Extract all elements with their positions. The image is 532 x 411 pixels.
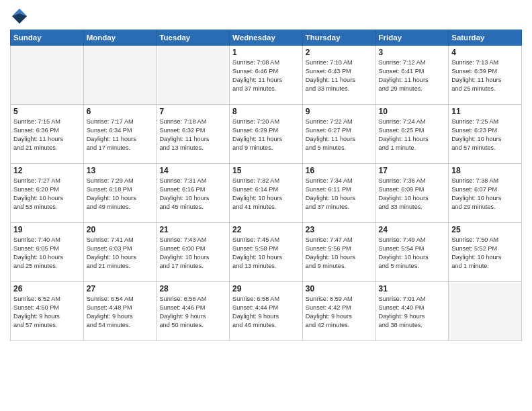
day-info: Sunrise: 7:50 AM Sunset: 5:52 PM Dayligh… [451, 236, 519, 271]
day-info: Sunrise: 7:47 AM Sunset: 5:56 PM Dayligh… [306, 236, 373, 271]
day-number: 14 [159, 166, 226, 175]
calendar-cell: 11Sunrise: 7:25 AM Sunset: 6:23 PM Dayli… [449, 105, 522, 164]
day-number: 11 [451, 107, 519, 116]
header [10, 7, 522, 26]
day-number: 24 [379, 225, 446, 234]
day-number: 16 [306, 166, 373, 175]
day-number: 29 [232, 284, 300, 293]
day-info: Sunrise: 7:43 AM Sunset: 6:00 PM Dayligh… [159, 236, 226, 271]
day-info: Sunrise: 6:58 AM Sunset: 4:44 PM Dayligh… [232, 295, 300, 330]
calendar-cell: 21Sunrise: 7:43 AM Sunset: 6:00 PM Dayli… [157, 223, 230, 282]
day-info: Sunrise: 7:20 AM Sunset: 6:29 PM Dayligh… [232, 118, 300, 152]
calendar-cell: 16Sunrise: 7:34 AM Sunset: 6:11 PM Dayli… [302, 164, 375, 223]
day-number: 1 [232, 48, 300, 57]
calendar-cell [157, 46, 230, 105]
calendar-cell: 27Sunrise: 6:54 AM Sunset: 4:48 PM Dayli… [83, 282, 157, 341]
calendar-header-thursday: Thursday [302, 30, 375, 46]
calendar-cell: 9Sunrise: 7:22 AM Sunset: 6:27 PM Daylig… [302, 105, 375, 164]
day-number: 20 [87, 225, 154, 234]
calendar-header-monday: Monday [83, 30, 157, 46]
day-info: Sunrise: 7:24 AM Sunset: 6:25 PM Dayligh… [379, 118, 446, 152]
calendar-header-friday: Friday [375, 30, 449, 46]
calendar-cell: 22Sunrise: 7:45 AM Sunset: 5:58 PM Dayli… [230, 223, 303, 282]
calendar-cell: 25Sunrise: 7:50 AM Sunset: 5:52 PM Dayli… [449, 223, 522, 282]
calendar-week-row: 12Sunrise: 7:27 AM Sunset: 6:20 PM Dayli… [11, 164, 522, 223]
calendar-header-sunday: Sunday [11, 30, 84, 46]
day-info: Sunrise: 7:49 AM Sunset: 5:54 PM Dayligh… [379, 236, 446, 271]
day-info: Sunrise: 7:22 AM Sunset: 6:27 PM Dayligh… [306, 118, 373, 152]
day-info: Sunrise: 6:52 AM Sunset: 4:50 PM Dayligh… [13, 295, 81, 330]
day-number: 26 [13, 284, 81, 293]
day-info: Sunrise: 7:36 AM Sunset: 6:09 PM Dayligh… [379, 177, 446, 212]
day-info: Sunrise: 7:41 AM Sunset: 6:03 PM Dayligh… [87, 236, 154, 271]
day-info: Sunrise: 7:08 AM Sunset: 6:46 PM Dayligh… [232, 58, 300, 93]
day-info: Sunrise: 7:40 AM Sunset: 6:05 PM Dayligh… [13, 236, 81, 271]
day-number: 13 [87, 166, 154, 175]
day-info: Sunrise: 7:15 AM Sunset: 6:36 PM Dayligh… [13, 118, 81, 152]
day-number: 25 [451, 225, 519, 234]
day-number: 15 [232, 166, 300, 175]
day-info: Sunrise: 7:18 AM Sunset: 6:32 PM Dayligh… [159, 118, 226, 152]
day-info: Sunrise: 7:10 AM Sunset: 6:43 PM Dayligh… [306, 58, 373, 93]
calendar-week-row: 5Sunrise: 7:15 AM Sunset: 6:36 PM Daylig… [11, 105, 522, 164]
day-number: 8 [232, 107, 300, 116]
calendar-cell: 5Sunrise: 7:15 AM Sunset: 6:36 PM Daylig… [11, 105, 84, 164]
day-info: Sunrise: 7:25 AM Sunset: 6:23 PM Dayligh… [451, 118, 519, 152]
calendar-cell: 29Sunrise: 6:58 AM Sunset: 4:44 PM Dayli… [230, 282, 303, 341]
calendar-cell [83, 46, 157, 105]
day-info: Sunrise: 7:17 AM Sunset: 6:34 PM Dayligh… [87, 118, 154, 152]
day-number: 2 [306, 48, 373, 57]
day-info: Sunrise: 7:12 AM Sunset: 6:41 PM Dayligh… [379, 58, 446, 93]
day-info: Sunrise: 6:56 AM Sunset: 4:46 PM Dayligh… [159, 295, 226, 330]
calendar-cell: 3Sunrise: 7:12 AM Sunset: 6:41 PM Daylig… [375, 46, 449, 105]
calendar-cell: 13Sunrise: 7:29 AM Sunset: 6:18 PM Dayli… [83, 164, 157, 223]
day-number: 5 [13, 107, 81, 116]
calendar-cell: 4Sunrise: 7:13 AM Sunset: 6:39 PM Daylig… [449, 46, 522, 105]
calendar-cell: 31Sunrise: 7:01 AM Sunset: 4:40 PM Dayli… [375, 282, 449, 341]
calendar-cell: 1Sunrise: 7:08 AM Sunset: 6:46 PM Daylig… [230, 46, 303, 105]
day-number: 4 [451, 48, 519, 57]
calendar-week-row: 19Sunrise: 7:40 AM Sunset: 6:05 PM Dayli… [11, 223, 522, 282]
day-number: 9 [306, 107, 373, 116]
calendar-cell [11, 46, 84, 105]
day-number: 23 [306, 225, 373, 234]
day-number: 22 [232, 225, 300, 234]
day-number: 17 [379, 166, 446, 175]
day-number: 21 [159, 225, 226, 234]
day-number: 28 [159, 284, 226, 293]
calendar-cell: 26Sunrise: 6:52 AM Sunset: 4:50 PM Dayli… [11, 282, 84, 341]
calendar-cell: 14Sunrise: 7:31 AM Sunset: 6:16 PM Dayli… [157, 164, 230, 223]
calendar-cell: 6Sunrise: 7:17 AM Sunset: 6:34 PM Daylig… [83, 105, 157, 164]
calendar-cell: 17Sunrise: 7:36 AM Sunset: 6:09 PM Dayli… [375, 164, 449, 223]
day-info: Sunrise: 7:31 AM Sunset: 6:16 PM Dayligh… [159, 177, 226, 212]
calendar-cell: 19Sunrise: 7:40 AM Sunset: 6:05 PM Dayli… [11, 223, 84, 282]
day-number: 7 [159, 107, 226, 116]
calendar-cell: 20Sunrise: 7:41 AM Sunset: 6:03 PM Dayli… [83, 223, 157, 282]
page: SundayMondayTuesdayWednesdayThursdayFrid… [0, 0, 532, 411]
logo [10, 7, 32, 26]
logo-icon [10, 7, 29, 26]
calendar-cell [449, 282, 522, 341]
day-info: Sunrise: 7:38 AM Sunset: 6:07 PM Dayligh… [451, 177, 519, 212]
calendar-header-saturday: Saturday [449, 30, 522, 46]
day-info: Sunrise: 7:13 AM Sunset: 6:39 PM Dayligh… [451, 58, 519, 93]
day-info: Sunrise: 7:32 AM Sunset: 6:14 PM Dayligh… [232, 177, 300, 212]
day-info: Sunrise: 7:01 AM Sunset: 4:40 PM Dayligh… [379, 295, 446, 330]
calendar-cell: 24Sunrise: 7:49 AM Sunset: 5:54 PM Dayli… [375, 223, 449, 282]
day-number: 18 [451, 166, 519, 175]
calendar: SundayMondayTuesdayWednesdayThursdayFrid… [10, 30, 522, 341]
calendar-header-tuesday: Tuesday [157, 30, 230, 46]
calendar-cell: 2Sunrise: 7:10 AM Sunset: 6:43 PM Daylig… [302, 46, 375, 105]
calendar-header-wednesday: Wednesday [230, 30, 303, 46]
calendar-cell: 18Sunrise: 7:38 AM Sunset: 6:07 PM Dayli… [449, 164, 522, 223]
day-number: 19 [13, 225, 81, 234]
calendar-cell: 15Sunrise: 7:32 AM Sunset: 6:14 PM Dayli… [230, 164, 303, 223]
day-number: 12 [13, 166, 81, 175]
day-number: 6 [87, 107, 154, 116]
calendar-cell: 8Sunrise: 7:20 AM Sunset: 6:29 PM Daylig… [230, 105, 303, 164]
calendar-cell: 30Sunrise: 6:59 AM Sunset: 4:42 PM Dayli… [302, 282, 375, 341]
day-number: 27 [87, 284, 154, 293]
day-info: Sunrise: 6:54 AM Sunset: 4:48 PM Dayligh… [87, 295, 154, 330]
calendar-cell: 12Sunrise: 7:27 AM Sunset: 6:20 PM Dayli… [11, 164, 84, 223]
day-number: 10 [379, 107, 446, 116]
